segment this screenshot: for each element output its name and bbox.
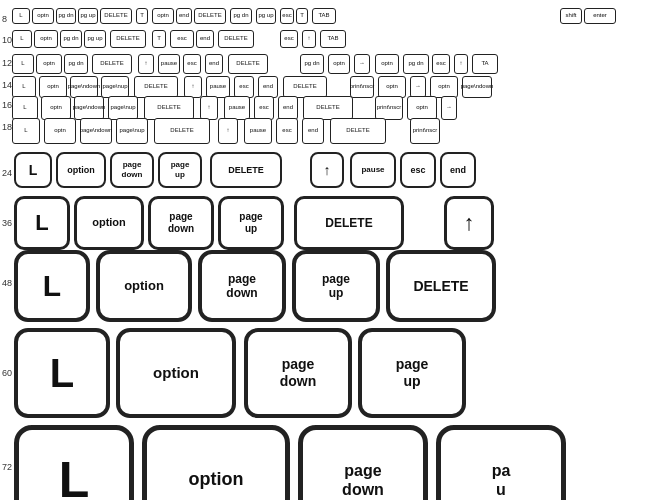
key-pgdn2-r14[interactable]: page\ndown [462,76,492,98]
key-pgup-r14[interactable]: page\nup [101,76,129,98]
key-option3-r14[interactable]: optn [430,76,458,98]
key-delete-r10[interactable]: DELETE [110,30,146,48]
key-end-r14[interactable]: end [258,76,278,98]
key-psc-r14[interactable]: print\nscr [350,76,374,98]
key-pgup-r60[interactable]: pageup [358,328,466,418]
key-esc2-r12[interactable]: esc [432,54,450,74]
key-delete2-r8[interactable]: DELETE [194,8,226,24]
key-option-r8[interactable]: optn [32,8,54,24]
key-pgup2-r8[interactable]: pg up [256,8,276,24]
key-esc2-r10[interactable]: esc [280,30,298,48]
key-option-r60[interactable]: option [116,328,236,418]
key-esc-r14[interactable]: esc [234,76,254,98]
key-L-r14[interactable]: L [12,76,36,98]
key-option-r14[interactable]: optn [39,76,67,98]
key-delete2-r14[interactable]: DELETE [283,76,327,98]
key-arr-r16[interactable]: ↑ [200,96,218,120]
key-T2-r8[interactable]: T [296,8,308,24]
key-L-r16[interactable]: L [12,96,38,120]
key-pgdn-r16[interactable]: page\ndown [74,96,104,120]
key-end-r8[interactable]: end [176,8,192,24]
key-arr-r36[interactable]: ↑ [444,196,494,250]
key-arr-r10[interactable]: ↑ [302,30,316,48]
key-pgup-r36[interactable]: pageup [218,196,284,250]
key-pgdn-r60[interactable]: pagedown [244,328,352,418]
key-option-r16[interactable]: optn [41,96,71,120]
key-option2-r16[interactable]: optn [407,96,437,120]
key-arr2-r16[interactable]: → [441,96,457,120]
key-pgdn-r14[interactable]: page\ndown [70,76,98,98]
key-pgup-r16[interactable]: page\nup [108,96,138,120]
key-pause-r14[interactable]: pause [206,76,230,98]
key-arr3-r12[interactable]: ↑ [454,54,468,74]
key-L-r24[interactable]: L [14,152,52,188]
key-pgup-r10[interactable]: pg up [84,30,106,48]
key-delete-r24[interactable]: DELETE [210,152,282,188]
key-option2-r8[interactable]: optn [152,8,174,24]
key-esc-r10[interactable]: esc [170,30,194,48]
key-L-r48[interactable]: L [14,250,90,322]
key-L-r36[interactable]: L [14,196,70,250]
key-end-r16[interactable]: end [278,96,298,120]
key-pgup-r48[interactable]: pageup [292,250,380,322]
key-pgdn2-r8[interactable]: pg dn [230,8,252,24]
key-option-r18[interactable]: optn [44,118,76,144]
key-delete-r14[interactable]: DELETE [134,76,178,98]
key-pgup-r8[interactable]: pg up [78,8,98,24]
key-T-r10[interactable]: T [152,30,166,48]
key-TA-r12[interactable]: TA [472,54,498,74]
key-arr2-r12[interactable]: → [354,54,370,74]
key-arr-r14[interactable]: ↑ [184,76,202,98]
key-psc-r18[interactable]: print\nscr [410,118,440,144]
key-pause-r16[interactable]: pause [224,96,250,120]
key-pgdn3-r12[interactable]: pg dn [403,54,429,74]
key-option-r36[interactable]: option [74,196,144,250]
key-tab-r10[interactable]: TAB [320,30,346,48]
key-pause-r18[interactable]: pause [244,118,272,144]
key-pgdn-r24[interactable]: pagedown [110,152,154,188]
key-L-r10[interactable]: L [12,30,32,48]
key-pgdn-r10[interactable]: pg dn [60,30,82,48]
key-pgup-r18[interactable]: page\nup [116,118,148,144]
key-option-r24[interactable]: option [56,152,106,188]
key-sh-r8[interactable]: shift [560,8,582,24]
key-pgdn-r8[interactable]: pg dn [56,8,76,24]
key-pgdn2-r12[interactable]: pg dn [300,54,324,74]
key-T-r8[interactable]: T [136,8,148,24]
key-pgdn-r72[interactable]: pagedown [298,425,428,500]
key-L-r72[interactable]: L [14,425,134,500]
key-end-r18[interactable]: end [302,118,324,144]
key-L-r60[interactable]: L [14,328,110,418]
key-pause-r24[interactable]: pause [350,152,396,188]
key-option-r10[interactable]: optn [34,30,58,48]
key-pgup-r72[interactable]: pau [436,425,566,500]
key-esc-r12[interactable]: esc [183,54,201,74]
key-delete-r18[interactable]: DELETE [154,118,210,144]
key-arr-r24[interactable]: ↑ [310,152,344,188]
key-delete-r36[interactable]: DELETE [294,196,404,250]
key-L-r8[interactable]: L [12,8,30,24]
key-option-r72[interactable]: option [142,425,290,500]
key-pgdn-r48[interactable]: pagedown [198,250,286,322]
key-delete2-r12[interactable]: DELETE [228,54,268,74]
key-esc-r24[interactable]: esc [400,152,436,188]
key-option2-r14[interactable]: optn [378,76,406,98]
key-esc-r8[interactable]: esc [280,8,294,24]
key-delete-r16[interactable]: DELETE [144,96,194,120]
key-option-r12[interactable]: optn [36,54,62,74]
key-L-r12[interactable]: L [12,54,34,74]
key-delete2-r10[interactable]: DELETE [218,30,254,48]
key-delete-r12[interactable]: DELETE [92,54,132,74]
key-pgup-r24[interactable]: pageup [158,152,202,188]
key-delete-r48[interactable]: DELETE [386,250,496,322]
key-option3-r12[interactable]: optn [375,54,399,74]
key-psc-r16[interactable]: print\nscr [375,96,403,120]
key-end-r10[interactable]: end [196,30,214,48]
key-esc-r16[interactable]: esc [254,96,274,120]
key-enter-r8[interactable]: enter [584,8,616,24]
key-option-r48[interactable]: option [96,250,192,322]
key-arr-r12[interactable]: ↑ [138,54,154,74]
key-option2-r12[interactable]: optn [328,54,350,74]
key-delete-r8[interactable]: DELETE [100,8,132,24]
key-pause-r12[interactable]: pause [158,54,180,74]
